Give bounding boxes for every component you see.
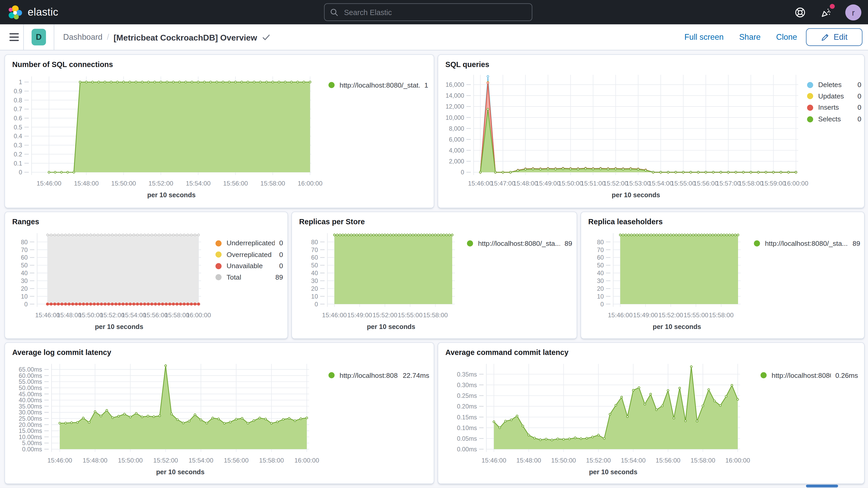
legend-item[interactable]: http://localhost:808...22.74ms: [329, 369, 429, 381]
legend-item[interactable]: Updates0: [807, 91, 862, 102]
svg-text:15.00ms: 15.00ms: [19, 427, 42, 434]
news-announcements-icon[interactable]: [819, 5, 832, 19]
svg-text:15:48:00: 15:48:00: [74, 180, 98, 187]
svg-text:15:48:00: 15:48:00: [516, 457, 541, 464]
svg-text:15:49:00: 15:49:00: [633, 311, 658, 318]
menu-icon[interactable]: [4, 28, 23, 47]
svg-text:30: 30: [311, 277, 318, 284]
legend-item[interactable]: Inserts0: [807, 102, 862, 114]
elastic-logo-icon: [8, 5, 23, 20]
svg-text:20: 20: [597, 285, 604, 292]
legend-item[interactable]: http://localhost:8080...0.26ms: [761, 369, 858, 381]
svg-text:80: 80: [311, 239, 318, 246]
svg-text:15:55:00: 15:55:00: [671, 180, 695, 187]
svg-text:0.1: 0.1: [14, 160, 22, 167]
legend-item[interactable]: http://localhost:8080/_sta...89: [467, 238, 572, 249]
svg-text:0.3: 0.3: [14, 142, 22, 149]
svg-text:15:48:00: 15:48:00: [513, 180, 538, 187]
dashboard-toolbar: D Dashboard / [Metricbeat CockroachDB] O…: [0, 24, 868, 51]
page-title[interactable]: [Metricbeat CockroachDB] Overview: [114, 32, 257, 42]
clone-button[interactable]: Clone: [776, 33, 797, 41]
x-axis-label: per 10 seconds: [37, 323, 201, 331]
elastic-logo[interactable]: elastic: [0, 5, 58, 20]
svg-text:15:55:00: 15:55:00: [398, 311, 422, 318]
share-button[interactable]: Share: [739, 33, 761, 41]
svg-text:65.00ms: 65.00ms: [19, 366, 42, 373]
svg-text:15:46:00: 15:46:00: [322, 311, 347, 318]
legend-label: http://localhost:8080/_sta...: [765, 240, 848, 247]
notification-dot: [830, 4, 835, 9]
chart-legend: http://localhost:8080...0.26ms: [761, 369, 858, 381]
full-screen-button[interactable]: Full screen: [684, 33, 723, 41]
title-check-icon[interactable]: [262, 33, 271, 41]
brand-wordmark: elastic: [28, 6, 59, 18]
svg-text:0.10ms: 0.10ms: [457, 425, 477, 431]
scrollbar-thumb[interactable]: [806, 485, 838, 487]
svg-text:16:00:00: 16:00:00: [294, 457, 319, 464]
legend-dot-icon: [329, 372, 335, 378]
svg-text:15:46:00: 15:46:00: [468, 180, 493, 187]
search-icon: [330, 8, 338, 17]
svg-text:40: 40: [21, 270, 28, 276]
legend-dot-icon: [329, 82, 335, 88]
edit-button-label: Edit: [834, 33, 847, 41]
svg-text:12,000: 12,000: [445, 103, 464, 110]
header-right-controls: r: [793, 0, 861, 24]
svg-text:15:51:00: 15:51:00: [581, 180, 605, 187]
global-search[interactable]: [324, 3, 532, 21]
svg-text:10.00ms: 10.00ms: [19, 434, 42, 440]
svg-text:15:50:00: 15:50:00: [111, 180, 136, 187]
legend-dot-icon: [807, 82, 813, 88]
help-icon[interactable]: [793, 5, 806, 19]
avg-command-commit-latency-chart: 0.00ms0.05ms0.10ms0.15ms0.20ms0.25ms0.30…: [438, 343, 864, 483]
svg-text:15:52:00: 15:52:00: [100, 311, 124, 318]
svg-text:15:58:00: 15:58:00: [739, 180, 763, 187]
legend-item[interactable]: Selects0: [807, 113, 862, 125]
legend-label: Updates: [818, 92, 844, 100]
legend-label: Overreplicated: [227, 251, 272, 258]
legend-item[interactable]: Total89: [215, 272, 283, 283]
svg-text:15:52:00: 15:52:00: [586, 457, 611, 464]
legend-value: 0: [853, 115, 862, 123]
legend-item[interactable]: Deletes0: [807, 79, 862, 91]
legend-value: 0: [275, 251, 283, 258]
svg-text:60: 60: [311, 254, 318, 261]
legend-dot-icon: [807, 105, 813, 111]
legend-item[interactable]: Unavailable0: [215, 261, 283, 272]
breadcrumb-dashboard-link[interactable]: Dashboard: [63, 33, 102, 41]
svg-text:15:58:00: 15:58:00: [709, 311, 733, 318]
panel-replicas-per-store: Replicas per Store0102030405060708015:46…: [291, 212, 577, 339]
svg-text:40: 40: [597, 270, 604, 276]
chart-legend: http://localhost:8080/_sta...89: [467, 238, 572, 249]
legend-item[interactable]: Overreplicated0: [215, 249, 283, 261]
global-header: elastic: [0, 0, 868, 24]
legend-item[interactable]: Underreplicated0: [215, 238, 283, 249]
svg-text:0.6: 0.6: [14, 115, 22, 122]
x-axis-label: per 10 seconds: [613, 323, 741, 331]
search-input[interactable]: [343, 7, 526, 17]
svg-text:70: 70: [21, 247, 28, 253]
legend-value: 0: [275, 262, 283, 270]
svg-text:15:52:00: 15:52:00: [603, 180, 628, 187]
svg-text:0.4: 0.4: [14, 133, 22, 140]
legend-value: 0: [275, 239, 283, 247]
svg-text:80: 80: [21, 239, 28, 246]
avg-log-commit-latency-chart: 0.00ms5.00ms10.00ms15.00ms20.00ms25.00ms…: [5, 343, 434, 483]
legend-item[interactable]: http://localhost:8080/_stat...1: [329, 79, 428, 91]
svg-text:50: 50: [311, 262, 318, 269]
svg-text:60: 60: [597, 254, 604, 261]
legend-value: 1: [420, 81, 428, 89]
svg-text:0.15ms: 0.15ms: [457, 414, 477, 421]
svg-text:15:54:00: 15:54:00: [186, 180, 211, 187]
edit-button[interactable]: Edit: [806, 28, 862, 46]
svg-text:0.35ms: 0.35ms: [457, 371, 477, 378]
legend-label: Inserts: [818, 104, 839, 112]
chart-legend: Deletes0Updates0Inserts0Selects0: [807, 79, 862, 125]
user-avatar[interactable]: r: [845, 4, 862, 20]
dashboard-app-badge[interactable]: D: [31, 29, 46, 45]
svg-text:0.9: 0.9: [14, 88, 22, 95]
legend-value: 0: [853, 92, 862, 100]
legend-item[interactable]: http://localhost:8080/_sta...89: [754, 238, 860, 249]
svg-text:16:00:00: 16:00:00: [298, 180, 322, 187]
replica-leaseholders-chart: 0102030405060708015:46:0015:49:0015:52:0…: [581, 212, 864, 338]
